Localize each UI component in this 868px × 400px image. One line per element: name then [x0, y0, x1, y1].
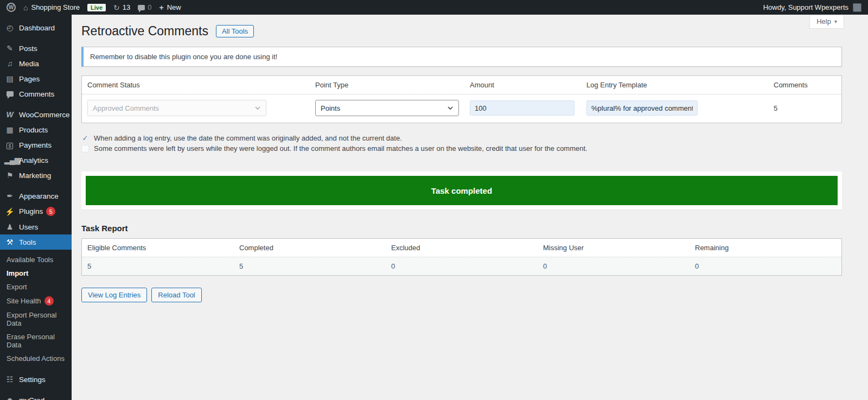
task-completed-banner: Task completed: [86, 176, 838, 205]
sidebar-separator: [0, 35, 72, 41]
notice-text: Remember to disable this plugin once you…: [90, 53, 277, 61]
point-type-select[interactable]: Points: [315, 100, 459, 116]
sidebar-label: Payments: [19, 141, 52, 149]
site-link[interactable]: ⌂ Shopping Store: [23, 3, 80, 12]
howdy-account-link[interactable]: Howdy, Support Wpexperts: [763, 3, 848, 11]
updates-indicator[interactable]: ↻ 13: [113, 3, 130, 12]
progress-panel: Task completed: [81, 172, 842, 209]
content-area: Help ▾ Retroactive Comments All Tools Re…: [72, 15, 868, 400]
live-badge[interactable]: Live: [87, 4, 106, 11]
report-col-missing-user: Missing User: [538, 239, 690, 257]
brush-icon: ✒: [4, 192, 15, 200]
sidebar-item-dashboard[interactable]: ◴ Dashboard: [0, 20, 72, 35]
comment-status-select[interactable]: Approved Comments: [87, 100, 266, 116]
submenu-item-export-personal-data[interactable]: Export Personal Data: [0, 308, 72, 330]
comments-count-cell: 5: [774, 104, 777, 112]
new-label: New: [167, 3, 181, 11]
sidebar-item-mycred[interactable]: ☻ myCred: [0, 392, 72, 400]
sidebar-label: Appearance: [19, 192, 59, 200]
sidebar-label: Dashboard: [19, 24, 55, 32]
sidebar-item-payments[interactable]: $ Payments: [0, 137, 72, 153]
sidebar-item-comments[interactable]: Comments: [0, 86, 72, 101]
admin-bar: W ⌂ Shopping Store Live ↻ 13 0 + New How…: [0, 0, 868, 15]
sidebar-item-products[interactable]: ▦ Products: [0, 122, 72, 137]
sidebar-item-tools[interactable]: ⚒ Tools: [0, 234, 72, 250]
user-icon: ♟: [4, 223, 15, 231]
sidebar-label: Pages: [19, 75, 40, 83]
col-header-amount: Amount: [464, 76, 581, 94]
report-value-completed: 5: [234, 257, 386, 275]
page-title: Retroactive Comments: [81, 23, 208, 39]
chevron-down-icon: [447, 105, 454, 111]
log-entry-template-input[interactable]: [586, 100, 698, 116]
task-report-heading: Task Report: [81, 224, 842, 233]
report-value-eligible: 5: [82, 257, 234, 275]
site-name: Shopping Store: [31, 3, 80, 11]
submenu-item-scheduled-actions[interactable]: Scheduled Actions: [0, 352, 72, 365]
report-col-excluded: Excluded: [386, 239, 538, 257]
archive-box-icon: ▦: [4, 125, 15, 134]
wrench-icon: ⚒: [4, 238, 15, 246]
reload-tool-button[interactable]: Reload Tool: [151, 288, 201, 302]
col-header-comment-status: Comment Status: [82, 76, 310, 94]
sidebar-item-plugins[interactable]: ⚡ Plugins 5: [0, 204, 72, 219]
wordpress-menu[interactable]: W: [7, 3, 16, 12]
dollar-icon: $: [4, 141, 15, 149]
settings-icon: ☷: [4, 375, 15, 384]
submenu-item-import[interactable]: Import: [0, 266, 72, 280]
mycred-face-icon: ☻: [4, 396, 15, 400]
col-header-point-type: Point Type: [310, 76, 464, 94]
sidebar-label: Users: [19, 223, 38, 231]
site-health-badge: 4: [44, 296, 54, 306]
banner-text: Task completed: [431, 186, 492, 195]
updates-count: 13: [123, 3, 130, 11]
sidebar-item-settings[interactable]: ☷ Settings: [0, 372, 72, 387]
comment-bubble-icon: [138, 5, 145, 10]
table-row: Approved Comments Points: [82, 94, 841, 123]
submenu-item-site-health[interactable]: Site Health 4: [0, 294, 72, 308]
pushpin-icon: ✎: [4, 44, 15, 53]
pages-icon: ▤: [4, 74, 15, 83]
credit-user-checkbox[interactable]: [81, 145, 89, 153]
sidebar-separator: [0, 183, 72, 188]
plugin-icon: ⚡: [4, 207, 15, 216]
view-log-entries-button[interactable]: View Log Entries: [81, 288, 147, 302]
sidebar-label: Comments: [19, 90, 54, 98]
col-header-comments: Comments: [768, 76, 841, 94]
sidebar-item-woocommerce[interactable]: W WooCommerce: [0, 107, 72, 122]
report-col-remaining: Remaining: [690, 239, 841, 257]
sidebar-label: Marketing: [19, 172, 51, 180]
sidebar-item-pages[interactable]: ▤ Pages: [0, 71, 72, 86]
report-value-excluded: 0: [386, 257, 538, 275]
sidebar-label: Tools: [19, 238, 36, 246]
bar-chart-icon: ▂▄▆: [4, 156, 15, 164]
new-content-menu[interactable]: + New: [159, 3, 181, 12]
col-header-log-template: Log Entry Template: [581, 76, 768, 94]
tools-submenu: Available Tools Import Export Site Healt…: [0, 250, 72, 372]
sidebar-item-media[interactable]: ♫ Media: [0, 56, 72, 71]
comments-icon: [4, 90, 15, 98]
report-value-remaining: 0: [690, 257, 841, 275]
sidebar-item-analytics[interactable]: ▂▄▆ Analytics: [0, 153, 72, 168]
submenu-item-export[interactable]: Export: [0, 280, 72, 294]
comments-indicator[interactable]: 0: [138, 3, 151, 11]
sidebar-item-posts[interactable]: ✎ Posts: [0, 41, 72, 56]
plugins-update-badge: 5: [46, 207, 55, 216]
sidebar-item-appearance[interactable]: ✒ Appearance: [0, 188, 72, 204]
original-date-checkbox[interactable]: ✓: [81, 135, 89, 142]
chevron-down-icon: [254, 105, 261, 111]
all-tools-button[interactable]: All Tools: [216, 25, 254, 37]
megaphone-icon: ⚑: [4, 171, 15, 180]
dashboard-icon: ◴: [4, 23, 15, 32]
checkbox-label: Some comments were left by users while t…: [94, 144, 588, 153]
retroactive-form-table: Comment Status Point Type Amount Log Ent…: [81, 75, 842, 123]
submenu-item-erase-personal-data[interactable]: Erase Personal Data: [0, 330, 72, 352]
amount-input[interactable]: [470, 100, 575, 116]
sidebar-item-users[interactable]: ♟ Users: [0, 219, 72, 234]
user-avatar[interactable]: [853, 3, 861, 12]
wordpress-logo-icon: W: [7, 3, 16, 12]
help-dropdown[interactable]: Help ▾: [809, 15, 844, 29]
submenu-item-available-tools[interactable]: Available Tools: [0, 253, 72, 266]
sidebar-item-marketing[interactable]: ⚑ Marketing: [0, 168, 72, 183]
admin-sidebar: ◴ Dashboard ✎ Posts ♫ Media ▤ Pages Comm…: [0, 15, 72, 400]
